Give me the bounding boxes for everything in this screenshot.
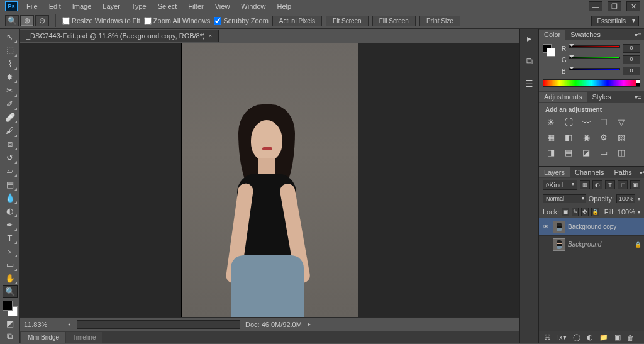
lock-position-icon[interactable]: ✥	[581, 208, 588, 216]
quick-select-tool[interactable]: ✸	[3, 70, 18, 84]
move-tool[interactable]: ↖	[3, 30, 18, 43]
gradient-map-adj-icon[interactable]: ▭	[598, 147, 609, 157]
status-flyout-icon[interactable]: ▸	[307, 321, 312, 327]
b-slider[interactable]	[569, 68, 620, 74]
layer-item[interactable]: Background 🔒	[539, 236, 644, 253]
filter-smart-icon[interactable]: ▣	[630, 180, 640, 189]
lasso-tool[interactable]: ⌇	[3, 57, 18, 70]
menu-edit[interactable]: Edit	[44, 1, 66, 12]
layer-name[interactable]: Background	[568, 241, 601, 248]
new-layer-icon[interactable]: ▣	[614, 333, 621, 341]
channels-tab[interactable]: Channels	[570, 167, 609, 177]
timeline-tab[interactable]: Timeline	[66, 332, 102, 343]
dodge-tool[interactable]: ◐	[3, 204, 18, 218]
menu-window[interactable]: Window	[236, 1, 270, 12]
vibrance-adj-icon[interactable]: ▽	[616, 117, 627, 127]
filter-pixel-icon[interactable]: ▦	[580, 180, 590, 189]
b-value[interactable]: 0	[623, 67, 640, 75]
canvas-area[interactable]	[20, 43, 519, 317]
zoom-tool[interactable]: 🔍	[3, 285, 18, 298]
pen-tool[interactable]: ✒	[3, 218, 18, 231]
layer-item[interactable]: 👁 Background copy	[539, 218, 644, 236]
zoom-in-icon[interactable]: 🔍	[5, 15, 19, 26]
panel-menu-icon[interactable]: ▾≡	[632, 94, 644, 101]
filter-type-icon[interactable]: T	[605, 180, 615, 189]
blur-tool[interactable]: 💧	[3, 191, 18, 204]
brightness-adj-icon[interactable]: ☀	[545, 117, 557, 127]
menu-filter[interactable]: Filter	[183, 1, 208, 12]
panel-menu-icon[interactable]: ▾≡	[632, 31, 644, 38]
restore-button[interactable]: ❐	[608, 1, 621, 11]
photo-filter-adj-icon[interactable]: ◉	[580, 132, 592, 142]
shape-tool[interactable]: ▭	[3, 258, 18, 271]
lock-all-icon[interactable]: 🔒	[591, 208, 599, 216]
layers-tab[interactable]: Layers	[539, 167, 570, 177]
styles-tab[interactable]: Styles	[587, 92, 616, 102]
color-picker-swatches[interactable]	[543, 44, 555, 57]
document-tab[interactable]: _DSC7443-Edit.psd @ 11.8% (Background co…	[20, 30, 219, 42]
adjustment-layer-icon[interactable]: ◐	[587, 333, 593, 341]
adjustments-tab[interactable]: Adjustments	[539, 92, 587, 102]
menu-file[interactable]: File	[21, 1, 43, 12]
threshold-adj-icon[interactable]: ◪	[580, 147, 592, 157]
color-tab[interactable]: Color	[539, 30, 565, 40]
close-button[interactable]: ✕	[626, 1, 640, 11]
channel-mixer-adj-icon[interactable]: ⚙	[598, 132, 609, 142]
swatches-tab[interactable]: Swatches	[565, 30, 606, 40]
healing-tool[interactable]: 🩹	[3, 111, 18, 124]
screen-mode-icon[interactable]: ⧉	[3, 330, 18, 343]
stamp-tool[interactable]: ⧇	[3, 138, 18, 151]
minimize-button[interactable]: —	[589, 1, 602, 11]
properties-panel-icon[interactable]: ☰	[523, 77, 536, 91]
invert-adj-icon[interactable]: ◨	[545, 147, 557, 157]
fill-input[interactable]: 100%	[618, 208, 635, 216]
path-select-tool[interactable]: ▹	[3, 245, 18, 258]
quick-mask-icon[interactable]: ◩	[3, 316, 18, 330]
fill-screen-button[interactable]: Fill Screen	[372, 16, 416, 26]
eraser-tool[interactable]: ▱	[3, 164, 18, 177]
delete-layer-icon[interactable]: 🗑	[627, 334, 634, 341]
link-layers-icon[interactable]: ⌘	[544, 333, 551, 341]
hand-tool[interactable]: ✋	[3, 272, 18, 285]
filter-shape-icon[interactable]: ◻	[618, 180, 628, 189]
eyedropper-tool[interactable]: ✐	[3, 97, 18, 111]
crop-tool[interactable]: ✂	[3, 84, 18, 97]
marquee-tool[interactable]: ⬚	[3, 43, 18, 57]
layer-thumbnail[interactable]	[553, 238, 565, 251]
layer-thumbnail[interactable]	[553, 221, 565, 233]
opacity-arrow-icon[interactable]: ▾	[638, 196, 640, 202]
expand-arrow-icon[interactable]: ▸	[523, 31, 536, 45]
group-icon[interactable]: 📁	[599, 333, 608, 341]
zoom-level[interactable]: 11.83%	[24, 321, 62, 328]
actual-pixels-button[interactable]: Actual Pixels	[272, 16, 322, 26]
levels-adj-icon[interactable]: ⛶	[563, 117, 574, 127]
color-lookup-adj-icon[interactable]: ▧	[616, 132, 627, 142]
g-slider[interactable]	[569, 57, 620, 63]
menu-image[interactable]: Image	[67, 1, 97, 12]
scrubby-zoom-checkbox[interactable]: Scrubby Zoom	[214, 17, 269, 25]
menu-select[interactable]: Select	[153, 1, 182, 12]
r-value[interactable]: 0	[623, 44, 640, 53]
fx-icon[interactable]: fx▾	[557, 333, 567, 341]
zoom-plus-icon[interactable]: ⊕	[20, 15, 34, 26]
color-swatches[interactable]	[3, 301, 18, 316]
history-panel-icon[interactable]: ⧉	[523, 54, 536, 68]
gradient-tool[interactable]: ▤	[3, 177, 18, 191]
hue-adj-icon[interactable]: ▦	[545, 132, 557, 142]
foreground-color[interactable]	[3, 301, 13, 311]
exposure-adj-icon[interactable]: ☐	[598, 117, 609, 127]
fill-arrow-icon[interactable]: ▾	[638, 209, 640, 215]
hue-ramp[interactable]	[543, 79, 640, 87]
scroll-left-icon[interactable]: ◂	[67, 321, 72, 327]
opacity-input[interactable]: 100%	[616, 194, 635, 203]
g-value[interactable]: 0	[623, 55, 640, 64]
close-tab-icon[interactable]: ×	[209, 33, 212, 39]
mask-icon[interactable]: ◯	[573, 333, 580, 341]
curves-adj-icon[interactable]: 〰	[580, 117, 592, 127]
menu-help[interactable]: Help	[272, 1, 296, 12]
lock-paint-icon[interactable]: ✎	[572, 208, 579, 216]
resize-windows-checkbox[interactable]: Resize Windows to Fit	[62, 17, 140, 25]
menu-view[interactable]: View	[210, 1, 235, 12]
zoom-minus-icon[interactable]: ⊖	[35, 15, 49, 26]
paths-tab[interactable]: Paths	[609, 167, 637, 177]
